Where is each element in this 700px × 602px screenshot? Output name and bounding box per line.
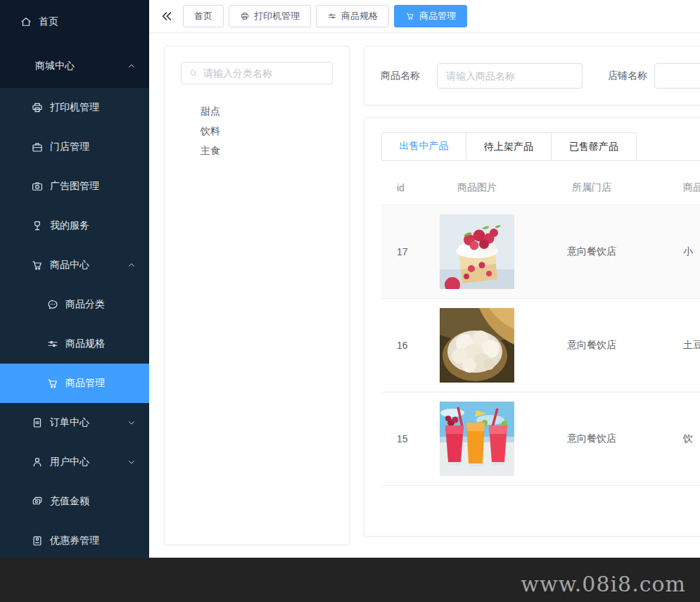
- sidebar-item-recharge-amount[interactable]: 充值金额: [0, 482, 149, 521]
- sidebar-item-ad-image-management[interactable]: 广告图管理: [0, 167, 149, 206]
- cart-icon: [31, 259, 44, 271]
- sidebar-item-label: 商城中心: [35, 60, 75, 72]
- table-row: 16 意向餐饮店 土豆: [381, 299, 700, 392]
- category-item-dessert[interactable]: 甜点: [201, 101, 333, 121]
- column-header-id: id: [381, 182, 426, 193]
- sidebar-item-label: 门店管理: [50, 141, 89, 153]
- chevron-up-icon: [127, 260, 136, 270]
- sidebar-item-label: 商品中心: [50, 259, 89, 271]
- cell-store: 意向餐饮店: [528, 245, 655, 258]
- sidebar-item-label: 商品规格: [65, 338, 105, 350]
- product-image-mashed-potato: [440, 308, 514, 383]
- chevron-down-icon: [127, 457, 136, 467]
- sidebar-item-home[interactable]: 首页: [0, 0, 149, 44]
- cell-id: 16: [381, 340, 426, 351]
- product-status-tabs: 出售中产品 待上架产品 已售罄产品: [381, 132, 700, 161]
- collapse-sidebar-button[interactable]: [158, 8, 175, 25]
- search-icon: [189, 68, 198, 78]
- chevron-down-icon: [127, 418, 136, 428]
- cell-image: [426, 402, 528, 476]
- cell-image: [426, 214, 528, 289]
- top-tab-home[interactable]: 首页: [183, 5, 224, 27]
- sidebar-item-label: 用户中心: [50, 456, 89, 468]
- sidebar-group-mall-center[interactable]: 商城中心: [0, 44, 149, 88]
- top-tab-bar: 首页 打印机管理 商品规格 商品管理: [149, 0, 700, 33]
- top-tab-product-spec[interactable]: 商品规格: [316, 5, 389, 27]
- sidebar-item-product-spec[interactable]: 商品规格: [0, 324, 149, 364]
- cell-name: 小: [655, 245, 700, 258]
- table-header-row: id 商品图片 所属门店 商品: [381, 170, 700, 205]
- top-tab-label: 首页: [194, 10, 212, 23]
- sidebar-item-printer-management[interactable]: 打印机管理: [0, 88, 149, 127]
- trophy-icon: [31, 219, 44, 232]
- tab-on-sale-products[interactable]: 出售中产品: [381, 132, 466, 160]
- user-icon: [31, 456, 44, 468]
- chat-bubble-icon: [46, 298, 59, 311]
- category-search-box: [181, 62, 333, 84]
- main-content: 甜点 饮料 主食 商品名称 店铺名称 出售中产品 待上架产品 已售罄产品 id …: [149, 33, 700, 558]
- sidebar-top-section: 首页 商城中心: [0, 0, 149, 88]
- store-name-input[interactable]: [654, 63, 700, 89]
- sidebar-item-label: 商品管理: [65, 377, 105, 390]
- cell-image: [426, 308, 528, 383]
- sidebar: 首页 商城中心 打印机管理 门店管理 广告图管理 我的服务 商品中心 商品分类 …: [0, 0, 149, 558]
- sidebar-item-label: 打印机管理: [50, 101, 99, 114]
- sidebar-item-coupon-management[interactable]: 优惠券管理: [0, 521, 149, 561]
- printer-icon: [31, 101, 44, 114]
- sidebar-item-store-management[interactable]: 门店管理: [0, 127, 149, 167]
- top-tab-label: 商品管理: [419, 10, 456, 23]
- briefcase-icon: [31, 141, 44, 153]
- double-chevron-left-icon: [160, 9, 174, 23]
- category-item-drinks[interactable]: 饮料: [201, 121, 333, 141]
- sidebar-item-label: 充值金额: [50, 495, 89, 508]
- category-list: 甜点 饮料 主食: [181, 101, 333, 160]
- cell-id: 17: [381, 246, 426, 257]
- home-icon: [20, 15, 32, 28]
- sidebar-group-order-center[interactable]: 订单中心: [0, 403, 149, 442]
- store-name-label: 店铺名称: [608, 70, 647, 82]
- table-row: 17: [381, 205, 700, 299]
- clipboard-icon: [31, 416, 44, 429]
- sidebar-group-product-center[interactable]: 商品中心: [0, 245, 149, 285]
- sidebar-item-label: 广告图管理: [50, 180, 99, 193]
- column-header-store: 所属门店: [528, 181, 655, 194]
- table-row: 15: [381, 392, 700, 486]
- category-item-staple[interactable]: 主食: [201, 141, 333, 160]
- cell-id: 15: [381, 433, 426, 444]
- top-tab-label: 商品规格: [341, 10, 378, 23]
- money-icon: [31, 495, 44, 508]
- product-image-raspberry-cake: [440, 214, 514, 289]
- cell-name: 土豆: [655, 339, 700, 352]
- sliders-icon: [46, 338, 59, 350]
- sidebar-item-label: 优惠券管理: [50, 534, 99, 547]
- sidebar-item-my-services[interactable]: 我的服务: [0, 206, 149, 245]
- printer-icon: [240, 11, 250, 21]
- sidebar-group-user-center[interactable]: 用户中心: [0, 442, 149, 482]
- sidebar-item-product-management[interactable]: 商品管理: [0, 364, 149, 403]
- top-tab-product-management[interactable]: 商品管理: [394, 5, 467, 27]
- cell-name: 饮: [655, 433, 700, 445]
- product-image-drinks: [440, 402, 514, 476]
- chevron-up-icon: [127, 61, 136, 71]
- product-name-input[interactable]: [437, 63, 583, 89]
- footer-bar: www.08i8.com: [0, 558, 700, 602]
- category-search-input[interactable]: [203, 68, 325, 79]
- sliders-icon: [327, 11, 337, 21]
- tab-soldout-products[interactable]: 已售罄产品: [552, 132, 637, 160]
- sidebar-item-label: 商品分类: [65, 298, 105, 311]
- cell-store: 意向餐饮店: [528, 433, 655, 445]
- product-table: id 商品图片 所属门店 商品 17: [381, 170, 700, 486]
- sidebar-item-label: 订单中心: [50, 416, 89, 429]
- cart-icon: [46, 377, 59, 390]
- sidebar-item-label: 我的服务: [50, 219, 89, 232]
- sidebar-item-product-category[interactable]: 商品分类: [0, 285, 149, 324]
- camera-icon: [31, 180, 44, 193]
- filter-panel: 商品名称 店铺名称: [364, 46, 700, 105]
- cell-store: 意向餐饮店: [528, 339, 655, 352]
- coupon-icon: [31, 534, 44, 547]
- watermark-text: www.08i8.com: [521, 572, 686, 596]
- column-header-image: 商品图片: [426, 181, 528, 194]
- tab-pending-products[interactable]: 待上架产品: [466, 132, 552, 160]
- top-tab-label: 打印机管理: [254, 10, 300, 23]
- top-tab-printer-management[interactable]: 打印机管理: [229, 5, 311, 27]
